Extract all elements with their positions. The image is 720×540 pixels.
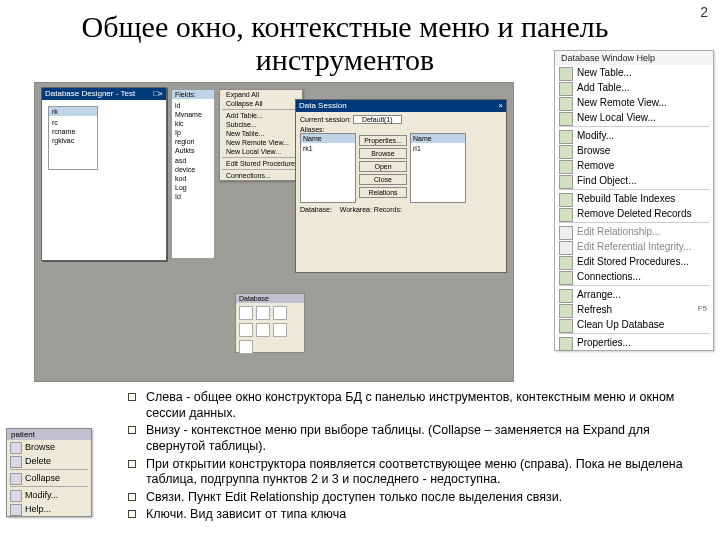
menu-new-remote-view[interactable]: New Remote View... [555,95,713,110]
current-session-label: Current session: [300,116,351,123]
menu-properties[interactable]: Properties... [555,335,713,350]
menu-add-table[interactable]: Add Table... [555,80,713,95]
bullet-icon [128,460,136,468]
mini-help[interactable]: Help... [7,502,91,516]
ctx-item[interactable]: New Local View... [220,147,302,156]
bullet-list: Слева - общее окно конструктора БД с пан… [128,390,688,525]
window-controls-icon[interactable]: □× [153,89,163,99]
table-header: rk [49,107,97,116]
aliases-label: Aliases: [300,126,502,133]
close-icon[interactable]: × [498,101,503,111]
bullet-item: Слева - общее окно конструктора БД с пан… [128,390,688,421]
data-session-window: Data Session × Current session: Default(… [295,99,507,273]
database-toolbar: Database [235,293,305,353]
screenshot-composite: Database Designer - Test □× rk rc rcname… [34,82,514,382]
table-fields: rc rcname rgklvac [49,116,97,147]
menu-connections[interactable]: Connections... [555,269,713,284]
ctx-item[interactable]: New Remote View... [220,138,302,147]
menu-refresh[interactable]: RefreshF5 [555,302,713,317]
mini-collapse[interactable]: Collapse [7,471,91,485]
bullet-icon [128,393,136,401]
toolbar-icon[interactable] [273,306,287,320]
table-mini-context-menu: patient Browse Delete Collapse Modify...… [6,428,92,517]
fields-panel[interactable]: Fields: id Mvname klc Ip region Autkts a… [171,89,215,259]
table-panel-rk[interactable]: rk rc rcname rgklvac [48,106,98,170]
session-title: Data Session [299,101,347,111]
menu-remove-deleted[interactable]: Remove Deleted Records [555,206,713,221]
designer-title: Database Designer - Test [45,89,135,99]
ctx-item[interactable]: Edit Stored Procedures... [220,159,302,168]
toolbar-icon[interactable] [239,340,253,354]
menu-cleanup[interactable]: Clean Up Database [555,317,713,332]
ctx-item[interactable]: New Table... [220,129,302,138]
bullet-icon [128,493,136,501]
mini-delete[interactable]: Delete [7,454,91,468]
shortcut-label: F5 [698,304,707,313]
browse-button[interactable]: Browse [359,148,407,159]
menu-stored-procs[interactable]: Edit Stored Procedures... [555,254,713,269]
menu-browse[interactable]: Browse [555,143,713,158]
menu-rebuild-indexes[interactable]: Rebuild Table Indexes [555,191,713,206]
database-label: Database: [300,206,332,213]
menu-remove[interactable]: Remove [555,158,713,173]
aliases-list-left[interactable]: Name rk1 [300,133,356,203]
ctx-item[interactable]: Collapse All [220,99,302,108]
open-button[interactable]: Open [359,161,407,172]
records-label: Records: [374,206,402,213]
bullet-item: Связи. Пункт Edit Relationship доступен … [128,490,688,506]
menu-modify[interactable]: Modify... [555,128,713,143]
mini-browse[interactable]: Browse [7,440,91,454]
database-menu: Database Window Help New Table... Add Ta… [554,50,714,351]
menu-new-local-view[interactable]: New Local View... [555,110,713,125]
bullet-item: Внизу - контекстное меню при выборе табл… [128,423,688,454]
ctx-item[interactable]: Subclse... [220,120,302,129]
page-number: 2 [700,4,708,20]
toolbar-icon[interactable] [239,323,253,337]
menu-edit-relationship: Edit Relationship... [555,224,713,239]
relations-button[interactable]: Relations [359,187,407,198]
menu-new-table[interactable]: New Table... [555,65,713,80]
toolbar-title: Database [236,294,304,303]
mini-menu-title: patient [7,429,91,440]
toolbar-icon[interactable] [256,306,270,320]
menu-arrange[interactable]: Arrange... [555,287,713,302]
session-titlebar: Data Session × [296,100,506,112]
toolbar-icon[interactable] [256,323,270,337]
current-session-value: Default(1) [353,115,402,124]
ctx-item[interactable]: Connections... [220,171,302,180]
table-context-menu: Expand All Collapse All Add Table... Sub… [219,89,303,181]
bullet-item: При открытии конструктора появляется соо… [128,457,688,488]
toolbar-icon[interactable] [239,306,253,320]
menubar-header: Database Window Help [555,51,713,65]
menu-find-object[interactable]: Find Object... [555,173,713,188]
bullet-item: Ключи. Вид зависит от типа ключа [128,507,688,523]
mini-modify[interactable]: Modify... [7,488,91,502]
bullet-icon [128,510,136,518]
bullet-icon [128,426,136,434]
aliases-list-right[interactable]: Name rl1 [410,133,466,203]
fields-header: Fields: [172,90,214,99]
close-button[interactable]: Close [359,174,407,185]
ctx-item[interactable]: Expand All [220,90,302,99]
toolbar-icon[interactable] [273,323,287,337]
properties-button[interactable]: Properties... [359,135,407,146]
menu-edit-ref-integrity: Edit Referential Integrity... [555,239,713,254]
designer-titlebar: Database Designer - Test □× [42,88,166,100]
database-designer-window: Database Designer - Test □× rk rc rcname… [41,87,167,261]
fields-list: id Mvname klc Ip region Autkts asd devic… [172,99,214,203]
workarea-label: Workarea: [340,206,372,213]
ctx-item[interactable]: Add Table... [220,111,302,120]
